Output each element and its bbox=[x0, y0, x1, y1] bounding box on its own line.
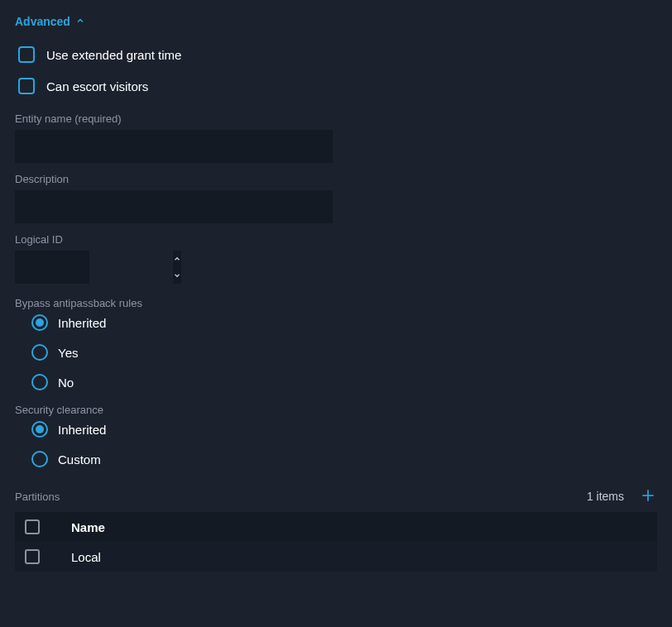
entity-name-input[interactable] bbox=[15, 130, 333, 163]
bypass-label: Bypass antipassback rules bbox=[15, 297, 657, 309]
description-label: Description bbox=[15, 173, 657, 185]
partitions-table-header: Name bbox=[15, 512, 657, 542]
logical-id-label: Logical ID bbox=[15, 233, 657, 246]
security-custom-label: Custom bbox=[58, 452, 101, 467]
logical-id-step-down[interactable] bbox=[173, 267, 181, 284]
partitions-column-name: Name bbox=[71, 520, 105, 534]
description-input[interactable] bbox=[15, 190, 333, 223]
security-inherited-label: Inherited bbox=[58, 423, 106, 437]
logical-id-stepper bbox=[15, 251, 89, 284]
security-label: Security clearance bbox=[15, 404, 657, 416]
partition-row-name: Local bbox=[71, 550, 101, 564]
security-custom-radio[interactable] bbox=[31, 451, 48, 467]
partitions-label: Partitions bbox=[15, 491, 60, 503]
logical-id-step-up[interactable] bbox=[173, 251, 181, 267]
partitions-table: Name Local bbox=[15, 512, 657, 572]
bypass-no-radio[interactable] bbox=[31, 374, 48, 390]
logical-id-input[interactable] bbox=[15, 251, 173, 284]
partition-row-checkbox[interactable] bbox=[25, 549, 40, 564]
chevron-up-icon bbox=[75, 15, 85, 28]
partitions-select-all-checkbox[interactable] bbox=[25, 519, 40, 534]
chevron-up-icon bbox=[173, 253, 181, 266]
bypass-yes-label: Yes bbox=[58, 346, 78, 360]
security-inherited-radio[interactable] bbox=[31, 421, 48, 438]
bypass-radio-group: Inherited Yes No bbox=[15, 314, 657, 390]
extended-grant-checkbox[interactable] bbox=[18, 46, 35, 63]
table-row[interactable]: Local bbox=[15, 542, 657, 572]
bypass-inherited-label: Inherited bbox=[58, 316, 106, 330]
add-partition-button[interactable] bbox=[639, 487, 657, 505]
entity-name-label: Entity name (required) bbox=[15, 112, 657, 125]
extended-grant-label: Use extended grant time bbox=[46, 48, 181, 62]
partitions-items-count: 1 items bbox=[587, 490, 624, 503]
escort-visitors-checkbox[interactable] bbox=[18, 78, 35, 94]
escort-visitors-label: Can escort visitors bbox=[46, 79, 148, 93]
advanced-section-toggle[interactable]: Advanced bbox=[15, 15, 657, 28]
chevron-down-icon bbox=[173, 270, 181, 282]
bypass-no-label: No bbox=[58, 376, 74, 390]
bypass-inherited-radio[interactable] bbox=[31, 314, 48, 331]
security-radio-group: Inherited Custom bbox=[15, 421, 657, 467]
bypass-yes-radio[interactable] bbox=[31, 344, 48, 361]
plus-icon bbox=[640, 487, 656, 506]
advanced-section-title: Advanced bbox=[15, 15, 70, 28]
